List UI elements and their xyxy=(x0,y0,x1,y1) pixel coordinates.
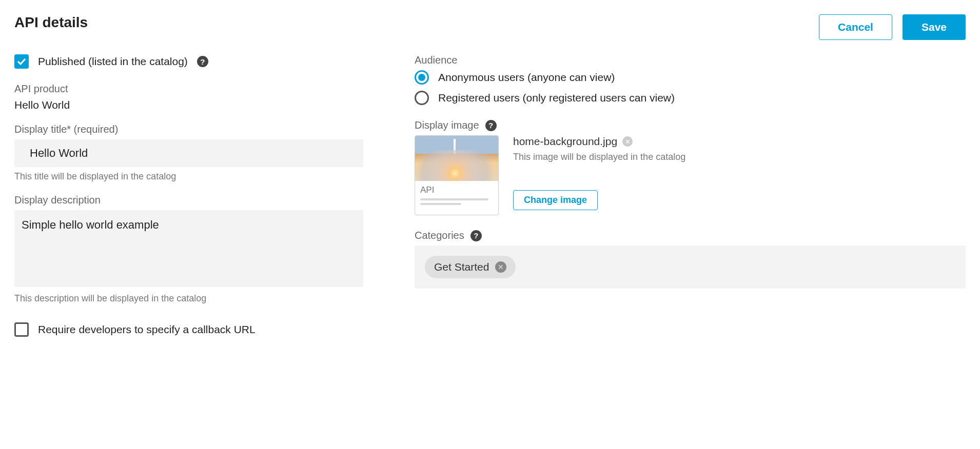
display-title-input[interactable] xyxy=(14,139,363,167)
categories-label: Categories xyxy=(415,230,464,241)
audience-registered-radio[interactable] xyxy=(415,91,429,105)
published-label: Published (listed in the catalog) xyxy=(38,55,188,68)
chip-remove-icon[interactable]: ✕ xyxy=(495,261,506,273)
audience-anonymous-radio[interactable] xyxy=(415,70,429,85)
image-description: This image will be displayed in the cata… xyxy=(513,152,966,162)
display-description-hint: This description will be displayed in th… xyxy=(14,293,363,304)
skeleton-line xyxy=(420,203,461,205)
change-image-button[interactable]: Change image xyxy=(513,190,598,210)
help-icon[interactable]: ? xyxy=(471,230,482,241)
page-title: API details xyxy=(14,14,88,31)
save-button[interactable]: Save xyxy=(903,14,966,40)
check-icon xyxy=(17,58,26,65)
api-product-value: Hello World xyxy=(14,99,363,111)
image-card-title: API xyxy=(420,185,493,195)
categories-input[interactable]: Get Started ✕ xyxy=(415,246,966,289)
image-preview-card: API xyxy=(415,135,499,215)
remove-image-icon[interactable]: ✕ xyxy=(622,136,633,147)
header-actions: Cancel Save xyxy=(819,14,966,40)
callback-checkbox[interactable] xyxy=(14,322,29,337)
help-icon[interactable]: ? xyxy=(485,120,497,131)
audience-registered-label: Registered users (only registered users … xyxy=(438,92,675,104)
display-description-input[interactable] xyxy=(14,210,363,287)
audience-label: Audience xyxy=(415,54,966,66)
help-icon[interactable]: ? xyxy=(197,56,208,67)
audience-anonymous-label: Anonymous users (anyone can view) xyxy=(438,71,615,84)
display-description-label: Display description xyxy=(14,194,363,206)
display-image-label: Display image xyxy=(415,119,479,131)
chip-label: Get Started xyxy=(434,261,489,273)
image-filename: home-background.jpg xyxy=(513,135,617,148)
callback-label: Require developers to specify a callback… xyxy=(38,323,256,336)
cancel-button[interactable]: Cancel xyxy=(819,14,892,40)
category-chip: Get Started ✕ xyxy=(425,256,516,278)
display-title-label: Display title* (required) xyxy=(14,124,363,135)
image-thumbnail xyxy=(415,136,498,181)
published-checkbox[interactable] xyxy=(14,54,29,69)
skeleton-line xyxy=(420,198,488,200)
display-title-hint: This title will be displayed in the cata… xyxy=(14,171,363,182)
api-product-label: API product xyxy=(14,83,363,95)
